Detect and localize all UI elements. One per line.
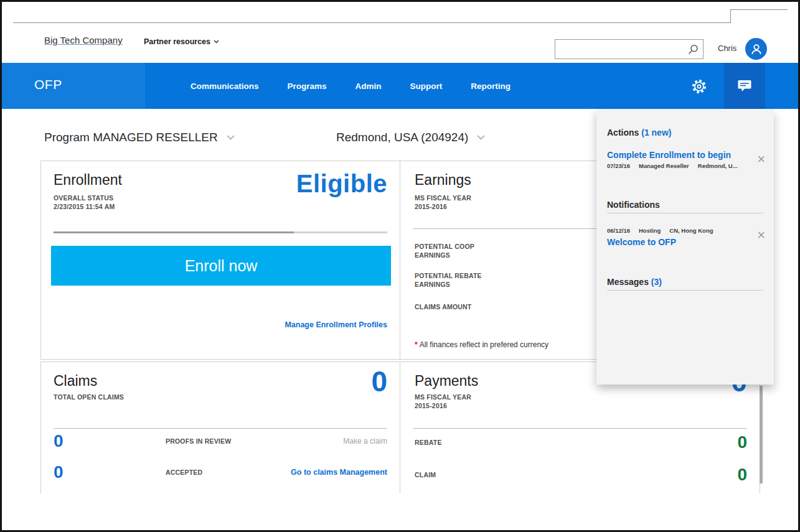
fiscal-year-label: MS FISCAL YEAR 2015-2016 bbox=[415, 393, 471, 410]
close-icon[interactable]: × bbox=[757, 152, 765, 166]
divider bbox=[607, 290, 763, 291]
claims-card-title: Claims bbox=[54, 373, 97, 390]
company-link[interactable]: Big Tech Company bbox=[44, 35, 123, 45]
enrollment-card: Enrollment OVERALL STATUS 2/23/2015 11:5… bbox=[40, 161, 400, 360]
action-item-location: Redmond, U... bbox=[698, 162, 738, 169]
brand-highlight bbox=[2, 63, 145, 109]
payments-row-rebate: REBATE 0 bbox=[413, 432, 747, 453]
nav-item-admin[interactable]: Admin bbox=[355, 82, 382, 91]
action-item-program: Managed Reseller bbox=[639, 162, 689, 169]
nav-item-support[interactable]: Support bbox=[410, 82, 443, 91]
notifications-button[interactable] bbox=[724, 63, 765, 109]
notification-item-date: 06/12/16 bbox=[607, 227, 630, 234]
manage-enrollment-profiles-link[interactable]: Manage Enrollment Profiles bbox=[285, 320, 387, 329]
progress-done bbox=[54, 231, 294, 233]
nav-menu: Communications Programs Admin Support Re… bbox=[191, 63, 511, 109]
asterisk-marker: * bbox=[415, 340, 418, 349]
notifications-section-title: Notifications bbox=[607, 200, 660, 210]
search-box bbox=[555, 39, 704, 59]
action-item-meta: 07/23/16 Managed Reseller Redmond, U... bbox=[607, 162, 738, 169]
eligibility-status: Eligible bbox=[296, 170, 387, 198]
actions-section-title: Actions (1 new) bbox=[607, 128, 671, 138]
top-navbar: OFP Communications Programs Admin Suppor… bbox=[2, 63, 798, 109]
make-a-claim-link[interactable]: Make a claim bbox=[343, 437, 387, 446]
actions-new-badge: (1 new) bbox=[641, 128, 671, 138]
window-border-line bbox=[730, 9, 731, 23]
search-input[interactable] bbox=[555, 40, 703, 58]
window-border-line bbox=[13, 22, 730, 23]
gear-icon bbox=[691, 78, 707, 95]
chevron-down-icon bbox=[214, 40, 219, 44]
person-icon bbox=[750, 42, 763, 56]
location-selector[interactable]: Redmond, USA (204924) bbox=[336, 131, 485, 144]
nav-item-programs[interactable]: Programs bbox=[288, 82, 327, 91]
accepted-label: ACCEPTED bbox=[166, 468, 202, 477]
proofs-in-review-value: 0 bbox=[54, 431, 166, 451]
claims-card: Claims TOTAL OPEN CLAIMS 0 0 PROOFS IN R… bbox=[40, 362, 400, 493]
app-window: Big Tech Company Partner resources Chris… bbox=[0, 0, 800, 532]
earnings-card-title: Earnings bbox=[415, 172, 471, 189]
notifications-flyout: Actions (1 new) Complete Enrollment to b… bbox=[596, 109, 774, 385]
program-selector[interactable]: Program MANAGED RESELLER bbox=[44, 131, 235, 144]
total-open-claims-label: TOTAL OPEN CLAIMS bbox=[54, 393, 124, 401]
action-item-date: 07/23/16 bbox=[607, 162, 630, 169]
search-icon[interactable] bbox=[687, 44, 699, 58]
claims-row-proofs: 0 PROOFS IN REVIEW Make a claim bbox=[54, 431, 387, 452]
notification-item-link[interactable]: Welcome to OFP bbox=[607, 237, 676, 247]
divider bbox=[54, 428, 387, 429]
messages-title-text: Messages bbox=[607, 277, 649, 287]
app-brand[interactable]: OFP bbox=[34, 77, 62, 92]
window-border-line bbox=[730, 9, 788, 10]
overall-status-label: OVERALL STATUS 2/23/2015 11:54 AM bbox=[54, 194, 115, 211]
avatar[interactable] bbox=[745, 38, 767, 60]
progress-remaining bbox=[294, 231, 387, 233]
enrollment-card-title: Enrollment bbox=[54, 172, 122, 189]
messages-count-badge: (3) bbox=[651, 277, 662, 287]
message-bubble-icon bbox=[737, 79, 752, 93]
user-name: Chris bbox=[718, 44, 736, 53]
go-to-claims-management-link[interactable]: Go to claims Management bbox=[291, 468, 387, 477]
notification-item-meta: 06/12/16 Hosting CN, Hong Kong bbox=[607, 227, 713, 234]
close-icon[interactable]: × bbox=[757, 228, 765, 242]
program-selector-label: Program MANAGED RESELLER bbox=[44, 131, 218, 144]
nav-item-communications[interactable]: Communications bbox=[191, 82, 259, 91]
claim-label: CLAIM bbox=[413, 470, 436, 479]
currency-footnote-text: All finances reflect in prefered currenc… bbox=[420, 340, 548, 349]
partner-resources-label: Partner resources bbox=[144, 37, 210, 46]
nav-item-reporting[interactable]: Reporting bbox=[471, 82, 511, 91]
claim-value: 0 bbox=[737, 465, 747, 485]
messages-section-title: Messages (3) bbox=[607, 277, 662, 287]
proofs-in-review-label: PROOFS IN REVIEW bbox=[166, 437, 231, 446]
notification-item-category: Hosting bbox=[639, 227, 661, 234]
enroll-now-button[interactable]: Enroll now bbox=[51, 246, 391, 286]
settings-button[interactable] bbox=[690, 78, 708, 95]
claims-amount-label: CLAIMS AMOUNT bbox=[415, 302, 471, 311]
payments-row-claim: CLAIM 0 bbox=[413, 464, 747, 485]
partner-resources-menu[interactable]: Partner resources bbox=[144, 37, 219, 46]
rebate-value: 0 bbox=[737, 432, 747, 452]
total-open-claims-value: 0 bbox=[371, 365, 387, 399]
accepted-value: 0 bbox=[54, 462, 166, 482]
divider bbox=[413, 428, 747, 429]
divider bbox=[607, 213, 763, 213]
chevron-down-icon bbox=[227, 135, 235, 140]
notification-item-location: CN, Hong Kong bbox=[669, 227, 713, 234]
fiscal-year-label: MS FISCAL YEAR 2015-2016 bbox=[415, 194, 471, 211]
chevron-down-icon bbox=[477, 135, 485, 140]
claims-row-accepted: 0 ACCEPTED Go to claims Management bbox=[54, 462, 387, 483]
location-selector-label: Redmond, USA (204924) bbox=[336, 131, 468, 144]
potential-coop-earnings-label: POTENTIAL COOP EARNINGS bbox=[415, 242, 474, 259]
currency-footnote: *All finances reflect in prefered curren… bbox=[415, 340, 548, 349]
enrollment-progress-bar bbox=[54, 231, 387, 233]
payments-card-title: Payments bbox=[415, 373, 478, 390]
action-item-link[interactable]: Complete Enrollment to begin bbox=[607, 150, 731, 160]
vertical-scrollbar[interactable] bbox=[760, 386, 763, 483]
actions-title-text: Actions bbox=[607, 128, 639, 138]
potential-rebate-earnings-label: POTENTIAL REBATE EARNINGS bbox=[415, 271, 482, 289]
rebate-label: REBATE bbox=[413, 438, 442, 447]
